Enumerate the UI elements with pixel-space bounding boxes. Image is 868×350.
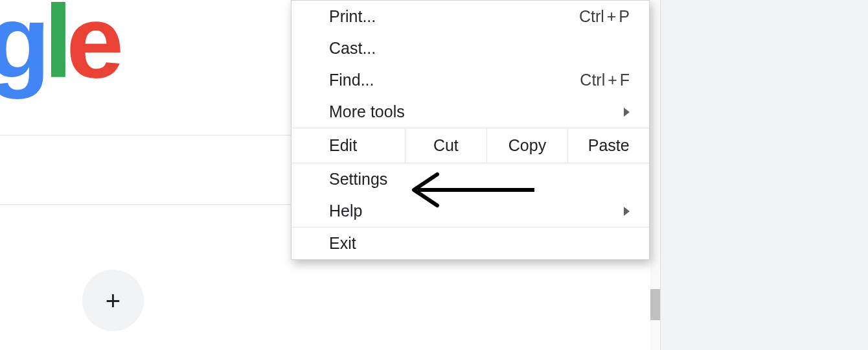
google-logo: gle: [0, 0, 117, 101]
menu-item-settings[interactable]: Settings: [291, 163, 649, 195]
add-shortcut-button[interactable]: +: [82, 270, 144, 331]
window-gutter-right: [661, 0, 868, 350]
menu-item-more-tools[interactable]: More tools: [291, 96, 649, 128]
menu-item-label: Find...: [329, 71, 580, 89]
menu-section-edit: Edit Cut Copy Paste: [291, 128, 649, 163]
menu-item-exit[interactable]: Exit: [291, 228, 649, 259]
menu-section-exit: Exit: [291, 228, 649, 259]
chrome-main-menu: Print... Ctrl + P Cast... Find... Ctrl +…: [291, 0, 650, 260]
menu-item-shortcut: Ctrl + F: [580, 71, 630, 89]
menu-item-label: Edit: [329, 136, 357, 155]
google-logo-letter-g: g: [0, 0, 44, 101]
chevron-right-icon: [624, 108, 630, 117]
menu-item-label: Exit: [329, 234, 630, 253]
menu-item-shortcut: Ctrl + P: [579, 7, 630, 26]
menu-item-copy[interactable]: Copy: [486, 128, 568, 163]
menu-item-label: Cast...: [329, 39, 630, 58]
scrollbar-thumb[interactable]: [650, 289, 660, 320]
search-box[interactable]: [0, 135, 291, 205]
scrollbar-track[interactable]: [650, 0, 660, 350]
menu-section-settings: Settings Help: [291, 163, 649, 228]
google-logo-letter-e: e: [66, 0, 117, 101]
plus-icon: +: [106, 288, 120, 314]
menu-item-label: Print...: [329, 7, 579, 26]
menu-item-paste[interactable]: Paste: [567, 128, 649, 163]
menu-section-tools: Print... Ctrl + P Cast... Find... Ctrl +…: [291, 1, 649, 128]
menu-item-print[interactable]: Print... Ctrl + P: [291, 1, 649, 32]
google-logo-letter-l: l: [44, 0, 66, 101]
menu-item-label: Help: [329, 202, 624, 220]
menu-item-help[interactable]: Help: [291, 195, 649, 227]
menu-item-label: Settings: [329, 170, 630, 189]
menu-item-cast[interactable]: Cast...: [291, 32, 649, 64]
menu-item-label: More tools: [329, 102, 624, 121]
menu-item-label: Copy: [508, 136, 546, 155]
menu-item-label: Paste: [588, 136, 630, 155]
menu-item-cut[interactable]: Cut: [405, 128, 486, 163]
chevron-right-icon: [624, 207, 630, 216]
menu-edit-label: Edit: [291, 128, 405, 163]
menu-item-find[interactable]: Find... Ctrl + F: [291, 64, 649, 96]
menu-item-label: Cut: [433, 136, 459, 155]
